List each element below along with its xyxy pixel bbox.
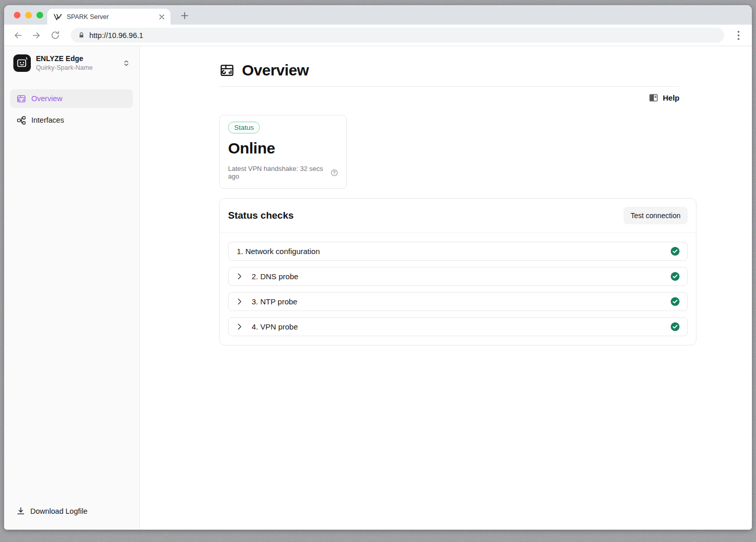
check-label: 2. DNS probe [252,272,298,281]
help-row: Help [219,93,679,103]
lock-icon [78,32,85,38]
check-success-icon [670,246,680,256]
close-tab-icon[interactable] [159,14,164,20]
status-badge: Status [228,122,260,133]
check-label: 4. VPN probe [252,322,298,331]
close-window-button[interactable] [14,12,21,18]
check-row-vpn-probe[interactable]: 4. VPN probe [228,317,688,336]
enlyze-device-logo [13,54,31,72]
book-icon [649,93,658,103]
forward-arrow-icon [31,30,42,41]
chevron-up-down-icon [123,60,130,67]
page-header: Overview [219,62,696,79]
sidebar-item-label: Overview [31,94,62,103]
check-row-ntp-probe[interactable]: 3. NTP probe [228,292,688,311]
kebab-menu-icon [738,31,740,40]
workspace-name: ENLYZE Edge [36,54,118,64]
back-arrow-icon [13,30,23,41]
chevron-right-icon[interactable] [236,298,243,305]
status-card: Status Online Latest VPN handshake: 32 s… [219,115,347,189]
chevron-right-icon[interactable] [236,323,243,331]
page-title: Overview [242,62,309,79]
url-text: http://10.96.96.1 [89,31,143,40]
address-bar[interactable]: http://10.96.96.1 [71,28,724,43]
app-content: ENLYZE Edge Quirky-Spark-Name Overview I [4,46,752,530]
workspace-subtitle: Quirky-Spark-Name [36,64,118,72]
browser-tab-strip: SPARK Server [4,5,752,25]
help-label: Help [663,93,679,102]
check-success-icon [670,272,680,281]
fullscreen-window-button[interactable] [36,12,43,18]
window-controls [14,12,43,18]
tab-title: SPARK Server [67,13,155,21]
download-logfile-label: Download Logfile [30,507,87,515]
check-row-network-configuration: 1. Network configuration [228,242,688,261]
check-row-dns-probe[interactable]: 2. DNS probe [228,267,688,286]
header-divider [219,86,679,87]
minimize-window-button[interactable] [25,12,32,18]
main-content: Overview Help Status Online Latest VPN h… [140,46,752,530]
chevron-right-icon[interactable] [236,273,243,280]
check-success-icon [670,322,680,332]
new-tab-button[interactable] [178,9,191,22]
check-label: 3. NTP probe [252,297,297,306]
help-link[interactable]: Help [649,93,679,103]
status-checks-title: Status checks [228,210,294,221]
browser-toolbar: http://10.96.96.1 [4,25,752,46]
workspace-labels: ENLYZE Edge Quirky-Spark-Name [36,54,118,72]
network-nodes-icon [16,115,26,125]
site-favicon-icon [53,13,62,21]
reload-button[interactable] [48,29,62,42]
status-subtext: Latest VPN handshake: 32 secs ago [228,165,338,180]
check-success-icon [670,297,680,306]
browser-menu-button[interactable] [732,29,745,42]
sidebar-nav: Overview Interfaces [10,89,133,129]
download-icon [16,507,25,515]
question-circle-icon[interactable] [331,169,338,177]
sidebar-item-label: Interfaces [31,116,64,124]
sidebar-item-interfaces[interactable]: Interfaces [10,111,133,129]
test-connection-button[interactable]: Test connection [623,207,688,224]
back-button[interactable] [11,29,25,42]
status-checks-list: 1. Network configuration 2. DNS probe [220,233,696,345]
dashboard-icon [219,63,235,78]
dashboard-icon [16,94,26,104]
status-checks-header: Status checks Test connection [220,199,696,233]
forward-button[interactable] [30,29,43,42]
download-logfile-button[interactable]: Download Logfile [10,504,133,518]
workspace-switcher[interactable]: ENLYZE Edge Quirky-Spark-Name [10,52,133,74]
reload-icon [50,30,60,40]
browser-tab[interactable]: SPARK Server [47,9,171,25]
check-label: 1. Network configuration [237,247,320,256]
status-checks-card: Status checks Test connection 1. Network… [219,198,696,345]
sidebar-item-overview[interactable]: Overview [10,89,133,108]
sidebar: ENLYZE Edge Quirky-Spark-Name Overview I [4,46,140,530]
status-value: Online [228,140,338,157]
plus-icon [181,12,188,20]
handshake-text: Latest VPN handshake: 32 secs ago [228,165,328,180]
browser-window: SPARK Server http://10.96.96.1 [4,5,752,530]
